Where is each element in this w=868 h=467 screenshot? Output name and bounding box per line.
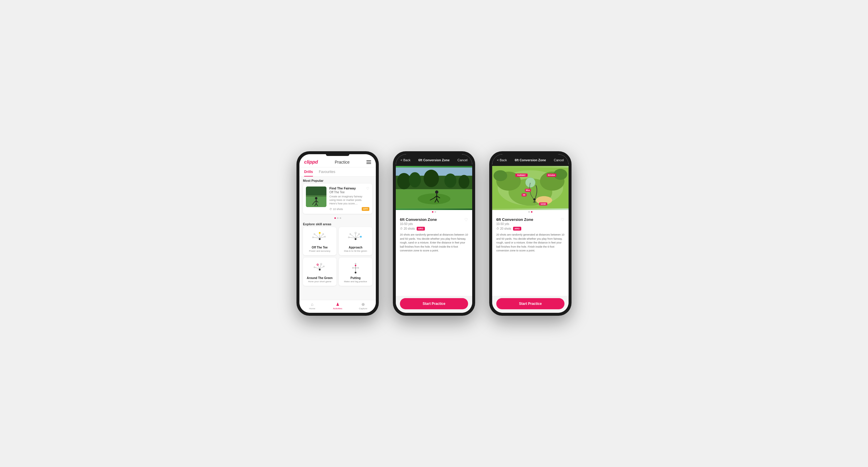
svg-point-3 [315, 197, 317, 199]
svg-point-46 [355, 265, 356, 266]
phone-1-screen: clippd Practice Drills Favourites Most P… [300, 154, 376, 313]
skill-atg-name: Around The Green [307, 276, 333, 279]
skill-app-desc: Dial-in to hit the green [344, 249, 367, 252]
menu-icon[interactable] [366, 160, 371, 164]
svg-rect-2 [306, 187, 327, 195]
most-popular-label: Most Popular [300, 176, 376, 184]
scene: clippd Practice Drills Favourites Most P… [279, 134, 589, 333]
putting-icon-area [347, 261, 364, 275]
dot-p3-2 [531, 211, 532, 213]
shots-text-3: ⏱ 20 shots [496, 227, 511, 230]
notch-3 [519, 154, 542, 156]
svg-point-31 [350, 234, 351, 235]
start-practice-button-3[interactable]: Start Practice [496, 298, 564, 309]
p2-header: < Back 6ft Conversion Zone Cancel [396, 154, 472, 166]
skill-atg-desc: Hone your short game [308, 280, 331, 283]
clock-icon-3: ⏱ [496, 227, 499, 230]
drill-detail-shots-3: ⏱ 20 shots ARG [496, 227, 564, 231]
carousel-dots [300, 216, 376, 220]
atg-icon [312, 261, 328, 275]
p2-content: 6ft Conversion Zone 10-50 yds ♡ ⏱ 20 sho… [396, 214, 472, 313]
home-icon: ⌂ [311, 302, 313, 307]
p3-header: < Back 6ft Conversion Zone Cancel [492, 154, 568, 166]
drill-detail-title-group: 6ft Conversion Zone 10-50 yds [400, 218, 437, 226]
skill-ott-name: Off The Tee [312, 246, 328, 249]
drill-detail-desc: 20 shots are randomly generated at dista… [400, 233, 468, 253]
phone-1: clippd Practice Drills Favourites Most P… [297, 151, 379, 316]
putting-icon [348, 261, 364, 275]
cancel-button-3[interactable]: Cancel [554, 158, 564, 162]
svg-point-88 [533, 198, 535, 200]
svg-point-22 [355, 238, 356, 240]
cancel-button[interactable]: Cancel [458, 158, 467, 162]
svg-point-56 [409, 172, 421, 188]
golf-photo-svg [396, 166, 472, 210]
phone-3-screen: < Back 6ft Conversion Zone Cancel [492, 154, 568, 313]
nav-capture-label: Capture [359, 307, 367, 310]
drill-map: FAIRWAY ROUGH Miss Hit SAND [492, 166, 568, 210]
drill-detail: 6ft Conversion Zone 10-50 yds ♡ ⏱ 20 sho… [396, 214, 472, 296]
dot-p2-1 [432, 211, 433, 213]
activities-icon: ♟ [336, 302, 340, 307]
drill-info: Find The Fairway Off The Tee Create an i… [330, 187, 369, 211]
drill-photo [396, 166, 472, 210]
off-tee-icon [312, 231, 328, 244]
skill-ott-desc: Power and accuracy [309, 249, 330, 252]
favourite-icon-3[interactable]: ♡ [561, 218, 564, 222]
svg-text:Hit: Hit [523, 194, 526, 196]
svg-text:Miss: Miss [526, 189, 530, 191]
shots-text-2: ⏱ 20 shots [400, 227, 415, 230]
start-practice-button[interactable]: Start Practice [400, 298, 468, 309]
approach-icon [348, 231, 364, 244]
svg-point-55 [397, 173, 411, 190]
back-button[interactable]: < Back [401, 158, 410, 162]
drill-detail-desc-3: 20 shots are randomly generated at dista… [496, 233, 564, 253]
svg-point-61 [417, 194, 450, 204]
nav-home[interactable]: ⌂ Home [300, 302, 325, 310]
nav-home-label: Home [309, 307, 315, 310]
tabs: Drills Favourites [300, 167, 376, 176]
nav-activities-label: Activities [333, 307, 342, 310]
drill-detail-header-3: 6ft Conversion Zone 10-50 yds ♡ [496, 218, 564, 226]
svg-point-75 [494, 170, 507, 181]
tab-drills[interactable]: Drills [304, 167, 313, 176]
skill-around-green[interactable]: Around The Green Hone your short game [303, 258, 336, 286]
capture-icon: ⊕ [362, 302, 365, 307]
drill-desc: Create an imaginary fairway using trees … [330, 195, 369, 205]
golf-map-svg: FAIRWAY ROUGH Miss Hit SAND [492, 166, 568, 210]
skill-putting[interactable]: Putting Make and lag practice [339, 258, 372, 286]
atg-icon-area [311, 261, 329, 275]
p1-content: Most Popular [300, 176, 376, 300]
favourite-icon[interactable]: ♡ [366, 187, 369, 191]
drill-card-find-fairway[interactable]: Find The Fairway Off The Tee Create an i… [303, 184, 372, 214]
p3-title: 6ft Conversion Zone [515, 158, 546, 162]
phone-3: < Back 6ft Conversion Zone Cancel [489, 151, 571, 316]
notch [326, 154, 349, 156]
clock-icon: ⏱ [330, 208, 332, 210]
svg-point-17 [322, 234, 324, 235]
drill-footer: ⏱ 10 shots OTT [330, 207, 369, 211]
course-thumbnail-svg [306, 187, 327, 207]
drill-detail-title-3: 6ft Conversion Zone [496, 218, 533, 222]
ott-badge: OTT [362, 207, 369, 211]
favourite-icon-2[interactable]: ♡ [464, 218, 468, 222]
drill-detail-range: 10-50 yds [400, 222, 437, 226]
drill-detail-range-3: 10-50 yds [496, 222, 533, 226]
drill-subtitle: Off The Tee [330, 191, 369, 194]
nav-activities[interactable]: ♟ Activities [325, 302, 350, 310]
notch-2 [422, 154, 446, 156]
phone-2: < Back 6ft Conversion Zone Cancel [393, 151, 475, 316]
back-button-3[interactable]: < Back [497, 158, 507, 162]
drill-detail-title-group-3: 6ft Conversion Zone 10-50 yds [496, 218, 533, 226]
skill-approach[interactable]: Approach Dial-in to hit the green [339, 227, 372, 255]
drill-detail-header: 6ft Conversion Zone 10-50 yds ♡ [400, 218, 468, 226]
skill-off-the-tee[interactable]: Off The Tee Power and accuracy [303, 227, 336, 255]
dot-p3-1 [528, 211, 530, 213]
phone-2-screen: < Back 6ft Conversion Zone Cancel [396, 154, 472, 313]
svg-point-62 [435, 190, 438, 194]
svg-point-58 [444, 174, 456, 188]
skill-grid: Off The Tee Power and accuracy [300, 227, 376, 288]
tab-favourites[interactable]: Favourites [319, 167, 335, 176]
arg-badge: ARG [417, 227, 425, 231]
nav-capture[interactable]: ⊕ Capture [350, 302, 376, 310]
